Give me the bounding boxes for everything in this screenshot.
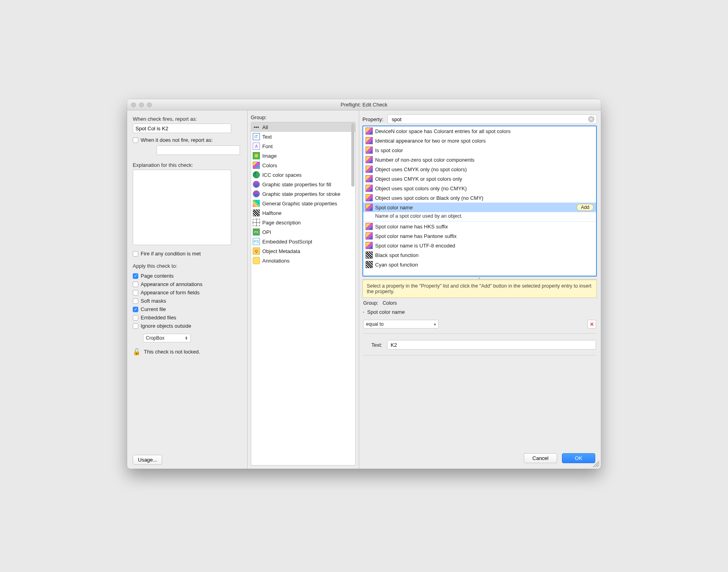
property-item-label: Spot color name is UTF-8 encoded (375, 243, 455, 249)
group-item[interactable]: Colors (251, 160, 355, 170)
group-item[interactable]: Halftone (251, 208, 355, 218)
colors-icon (366, 147, 373, 154)
apply-item-checkbox[interactable] (133, 307, 138, 312)
cond-group-value: Colors (383, 300, 397, 306)
property-item[interactable]: DeviceN color space has Colorant entries… (363, 126, 596, 136)
apply-item[interactable]: Embedded files (133, 315, 242, 321)
apply-item-label: Embedded files (141, 315, 176, 321)
group-item-label: Text (262, 134, 272, 140)
property-item[interactable]: Object uses CMYK only (no spot colors) (363, 164, 596, 174)
group-item[interactable]: Image (251, 151, 355, 160)
group-item[interactable]: tTText (251, 132, 355, 141)
ignore-objects-boxtype-select[interactable]: CropBox ▲▼ (143, 334, 191, 342)
property-item[interactable]: Black spot function (363, 250, 596, 260)
group-listbox[interactable]: •••AlltTTextAFontImageColorsICC color sp… (251, 122, 356, 466)
group-item[interactable]: Annotations (251, 256, 355, 265)
close-dot[interactable] (131, 102, 136, 107)
group-item[interactable]: PSEmbedded PostScript (251, 237, 355, 246)
ignore-objects-boxtype-value: CropBox (146, 335, 165, 341)
img-icon (253, 152, 260, 159)
eps-icon: PS (253, 238, 260, 245)
colors-icon (366, 242, 373, 249)
halftone-icon (366, 261, 373, 268)
property-item[interactable]: Cyan spot function (363, 260, 596, 269)
apply-item-checkbox[interactable] (133, 315, 138, 321)
property-item[interactable]: Spot color nameAdd (363, 203, 596, 212)
annot-icon (253, 257, 260, 264)
notfire-input[interactable] (157, 145, 240, 155)
usage-button[interactable]: Usage... (133, 455, 162, 465)
property-item[interactable]: Spot color name is UTF-8 encoded (363, 241, 596, 250)
apply-item[interactable]: Soft masks (133, 298, 242, 304)
lock-icon: 🔓 (133, 348, 141, 356)
apply-item-checkbox[interactable] (133, 323, 138, 329)
group-item[interactable]: General Graphic state properties (251, 199, 355, 208)
property-item[interactable]: Spot color name has Pantone suffix (363, 231, 596, 241)
group-scrollbar[interactable] (351, 123, 354, 187)
apply-item-label: Appearance of annotations (141, 281, 202, 287)
group-item-label: Page description (262, 220, 301, 226)
group-item[interactable]: Object Metadata (251, 246, 355, 256)
group-item[interactable]: Graphic state properties for fill (251, 180, 355, 189)
clear-search-icon[interactable]: ✕ (588, 116, 594, 122)
notfire-checkbox[interactable] (133, 137, 138, 143)
property-item-label: Spot color name has Pantone suffix (375, 233, 457, 239)
colors-icon (366, 156, 373, 163)
group-item-label: OPI (262, 229, 271, 235)
colors-icon (253, 162, 260, 169)
caret-icon: ▾ (434, 322, 436, 327)
group-item-label: ICC color spaces (262, 172, 302, 178)
minimize-dot[interactable] (139, 102, 144, 107)
group-item[interactable]: •••All (251, 122, 355, 132)
property-item[interactable]: Spot color name has HKS suffix (363, 222, 596, 231)
apply-item[interactable]: Ignore objects outside (133, 323, 242, 329)
property-item[interactable]: Object uses CMYK or spot colors only (363, 174, 596, 184)
cond-text-label: Text: (363, 342, 382, 348)
add-property-button[interactable]: Add (577, 204, 594, 211)
cancel-button[interactable]: Cancel (524, 453, 557, 463)
report-as-input[interactable] (133, 124, 231, 133)
apply-item[interactable]: Current file (133, 306, 242, 312)
cond-operator-select[interactable]: equal to ▾ (363, 320, 439, 329)
property-icon (363, 312, 364, 313)
apply-item-label: Soft masks (141, 298, 166, 304)
apply-item-checkbox[interactable] (133, 273, 138, 279)
property-item-label: DeviceN color space has Colorant entries… (375, 128, 511, 134)
halftone-icon (253, 209, 260, 216)
property-item-label: Object uses spot colors or Black only (n… (375, 195, 483, 201)
group-item[interactable]: PSOPI (251, 227, 355, 237)
dialog-window: Preflight: Edit Check When check fires, … (127, 99, 601, 469)
apply-item-checkbox[interactable] (133, 282, 138, 287)
horizontal-grip[interactable]: • (362, 276, 597, 280)
cond-text-input[interactable] (387, 340, 596, 350)
property-item[interactable]: Number of non-zero spot color components (363, 155, 596, 164)
property-item-label: Cyan spot function (375, 262, 418, 268)
apply-item-checkbox[interactable] (133, 298, 138, 304)
zoom-dot[interactable] (147, 102, 152, 107)
explanation-textarea[interactable] (133, 170, 231, 245)
property-item[interactable]: Is spot color (363, 145, 596, 155)
explanation-label: Explanation for this check: (133, 162, 242, 168)
property-listbox[interactable]: DeviceN color space has Colorant entries… (362, 126, 597, 276)
fire-any-checkbox[interactable] (133, 251, 138, 257)
general-icon (253, 200, 260, 207)
apply-item-checkbox[interactable] (133, 290, 138, 296)
group-item[interactable]: ICC color spaces (251, 170, 355, 180)
right-panel: Property: ✕ DeviceN color space has Colo… (359, 110, 601, 469)
property-item-label: Spot color name has HKS suffix (375, 224, 448, 230)
apply-item[interactable]: Page contents (133, 273, 242, 279)
resize-grip-icon[interactable] (593, 461, 599, 467)
apply-item[interactable]: Appearance of annotations (133, 281, 242, 287)
property-search-input[interactable] (387, 114, 597, 124)
group-item[interactable]: Page description (251, 218, 355, 227)
cond-delete-button[interactable]: ✕ (587, 320, 596, 329)
group-item[interactable]: Graphic state properties for stroke (251, 189, 355, 199)
property-item[interactable]: Object uses spot colors only (no CMYK) (363, 184, 596, 193)
apply-item[interactable]: Appearance of form fields (133, 290, 242, 296)
colors-icon (366, 166, 373, 173)
property-item[interactable]: Identical appearance for two or more spo… (363, 136, 596, 145)
property-item[interactable]: Object uses spot colors or Black only (n… (363, 193, 596, 203)
ok-button[interactable]: OK (562, 453, 595, 463)
group-item[interactable]: AFont (251, 141, 355, 151)
property-item-label: Number of non-zero spot color components (375, 157, 474, 163)
